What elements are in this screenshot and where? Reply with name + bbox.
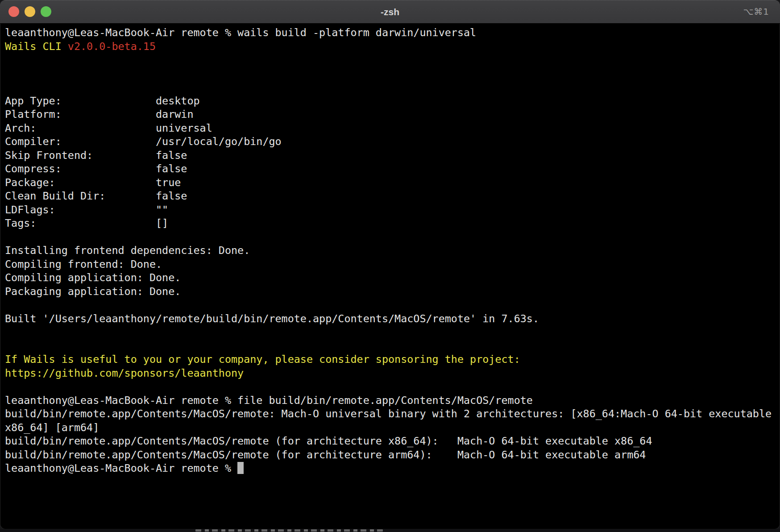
terminal-line: build/bin/remote.app/Contents/MacOS/remo…: [5, 448, 780, 462]
terminal-line: [5, 230, 780, 244]
terminal-text-segment: Compiler: /usr/local/go/bin/go: [5, 135, 282, 148]
terminal-line: [5, 339, 780, 353]
terminal-line: Wails CLI v2.0.0-beta.15: [5, 40, 780, 54]
terminal-text-segment: Installing frontend dependencies: Done.: [5, 244, 250, 257]
terminal-text-segment: build/bin/remote.app/Contents/MacOS/remo…: [5, 435, 652, 447]
terminal-line: build/bin/remote.app/Contents/MacOS/remo…: [5, 407, 780, 421]
terminal-text-segment: If Wails is useful to you or your compan…: [5, 353, 520, 366]
terminal-text-segment: LDFlags: "": [5, 204, 168, 216]
terminal-line: Compiler: /usr/local/go/bin/go: [5, 135, 780, 149]
terminal-text-segment: Compiling application: Done.: [5, 271, 181, 284]
terminal-line: Skip Frontend: false: [5, 149, 780, 162]
terminal-line: [5, 80, 780, 94]
terminal-line: Tags: []: [5, 216, 780, 230]
terminal-line: Installing frontend dependencies: Done.: [5, 244, 780, 258]
terminal-line: Arch: universal: [5, 121, 780, 135]
terminal-text-segment: Compress: false: [5, 162, 187, 175]
background-window-text-smudge: [195, 529, 383, 532]
terminal-line: Packaging application: Done.: [5, 285, 780, 299]
terminal-line: LDFlags: "": [5, 203, 780, 217]
terminal-line: x86_64] [arm64]: [5, 421, 780, 435]
terminal-text-segment: leaanthony@Leas-MacBook-Air remote % fil…: [5, 394, 533, 407]
terminal-text-segment: leaanthony@Leas-MacBook-Air remote % wai…: [5, 26, 476, 39]
cursor-block: [237, 462, 244, 474]
terminal-line: [5, 53, 780, 67]
terminal-line: [5, 298, 780, 312]
terminal-text-segment: Clean Build Dir: false: [5, 190, 187, 202]
terminal-text-segment: Packaging application: Done.: [5, 285, 181, 298]
terminal-text-segment: Built '/Users/leaanthony/remote/build/bi…: [5, 312, 539, 325]
terminal-text-segment: Wails CLI: [5, 40, 68, 53]
window-shortcut-badge: ⌥⌘1: [743, 0, 769, 24]
terminal-text-segment: v2.0.0-beta.15: [68, 40, 156, 53]
terminal-line: leaanthony@Leas-MacBook-Air remote % wai…: [5, 26, 780, 40]
terminal-window: -zsh ⌥⌘1 leaanthony@Leas-MacBook-Air rem…: [0, 0, 780, 529]
terminal-text-segment: build/bin/remote.app/Contents/MacOS/remo…: [5, 407, 772, 420]
terminal-line: Package: true: [5, 176, 780, 190]
terminal-text-segment: Platform: darwin: [5, 108, 193, 121]
terminal-text-segment: Compiling frontend: Done.: [5, 258, 162, 270]
terminal-text-segment: https://github.com/sponsors/leaanthony: [5, 367, 244, 379]
terminal-line: [5, 380, 780, 394]
window-title: -zsh: [0, 0, 780, 24]
terminal-line: Compiling frontend: Done.: [5, 258, 780, 271]
terminal-text-segment: Package: true: [5, 176, 181, 189]
terminal-line: [5, 325, 780, 339]
terminal-line: leaanthony@Leas-MacBook-Air remote %: [5, 461, 780, 475]
terminal-line: Built '/Users/leaanthony/remote/build/bi…: [5, 312, 780, 326]
terminal-text-segment: App Type: desktop: [5, 95, 200, 107]
terminal-line: App Type: desktop: [5, 94, 780, 108]
background-window-edge: [0, 529, 780, 532]
terminal-line: build/bin/remote.app/Contents/MacOS/remo…: [5, 434, 780, 448]
titlebar[interactable]: -zsh ⌥⌘1: [0, 0, 780, 24]
terminal-line: https://github.com/sponsors/leaanthony: [5, 366, 780, 380]
terminal-text-segment: build/bin/remote.app/Contents/MacOS/remo…: [5, 449, 646, 461]
terminal-body[interactable]: leaanthony@Leas-MacBook-Air remote % wai…: [0, 24, 780, 475]
terminal-line: If Wails is useful to you or your compan…: [5, 353, 780, 366]
terminal-line: Clean Build Dir: false: [5, 189, 780, 203]
terminal-text-segment: x86_64] [arm64]: [5, 421, 99, 434]
terminal-line: [5, 67, 780, 81]
terminal-line: Platform: darwin: [5, 108, 780, 121]
terminal-text-segment: leaanthony@Leas-MacBook-Air remote %: [5, 462, 237, 474]
terminal-line: Compress: false: [5, 162, 780, 176]
terminal-text-segment: Skip Frontend: false: [5, 149, 187, 162]
terminal-text-segment: Tags: []: [5, 217, 168, 229]
terminal-text-segment: Arch: universal: [5, 122, 212, 134]
terminal-line: leaanthony@Leas-MacBook-Air remote % fil…: [5, 394, 780, 407]
terminal-line: Compiling application: Done.: [5, 271, 780, 285]
